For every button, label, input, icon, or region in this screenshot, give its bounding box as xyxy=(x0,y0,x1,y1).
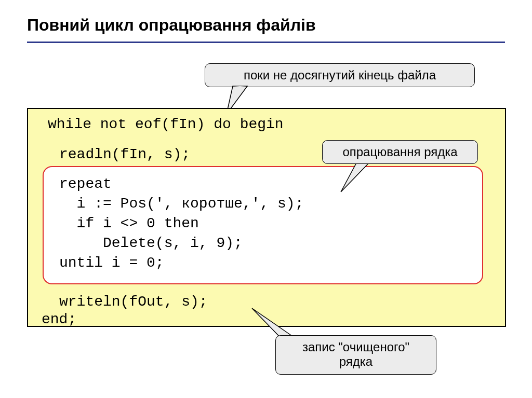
code-end: end; xyxy=(42,310,76,329)
callout-processing: опрацювання рядка xyxy=(322,140,478,164)
code-readln: readln(fIn, s); xyxy=(59,145,190,164)
svg-marker-2 xyxy=(341,163,369,192)
callout-processing-tail xyxy=(338,163,374,194)
slide: Повний цикл опрацювання файлів поки не д… xyxy=(0,0,532,398)
slide-title: Повний цикл опрацювання файлів xyxy=(27,16,316,35)
callout-write: запис "очищеного" рядка xyxy=(275,335,436,375)
callout-eof: поки не досягнутий кінець файла xyxy=(205,63,475,87)
code-while: while not eof(fIn) do begin xyxy=(48,115,284,134)
code-repeat-block: repeat i := Pos(', коротше,', s); if i <… xyxy=(59,174,303,273)
title-underline xyxy=(27,42,505,43)
code-writeln: writeln(fOut, s); xyxy=(59,293,208,311)
